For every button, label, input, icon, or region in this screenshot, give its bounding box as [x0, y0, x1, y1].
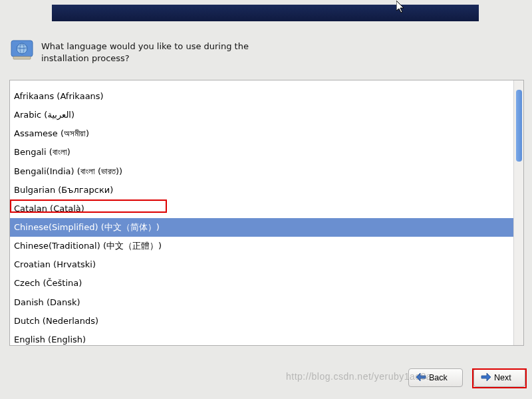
button-row: Back Next [0, 368, 532, 391]
prompt-text: What language would you like to use duri… [41, 41, 249, 65]
scrollbar-thumb[interactable] [516, 90, 522, 162]
scrollbar[interactable] [513, 80, 523, 345]
next-button[interactable]: Next [473, 368, 525, 387]
arrow-left-icon [416, 372, 426, 384]
header-bar [52, 5, 479, 21]
language-option[interactable]: Chinese(Traditional) (中文（正體）) [10, 237, 513, 255]
back-button[interactable]: Back [408, 368, 463, 387]
language-option[interactable]: Afrikaans (Afrikaans) [10, 87, 513, 106]
language-option[interactable]: Catalan (Català) [10, 200, 513, 218]
prompt-line1: What language would you like to use duri… [41, 41, 249, 51]
language-option[interactable]: Croatian (Hrvatski) [10, 255, 513, 274]
language-option[interactable]: Czech (Čeština) [10, 274, 513, 293]
globe-icon [11, 39, 33, 61]
language-option[interactable]: Bulgarian (Български) [10, 181, 513, 200]
language-list[interactable]: Afrikaans (Afrikaans)Arabic (العربية)Ass… [10, 80, 513, 345]
language-option[interactable]: Arabic (العربية) [10, 106, 513, 124]
language-option[interactable]: Bengali(India) (বাংলা (ভারত)) [10, 162, 513, 181]
language-option[interactable]: Chinese(Simplified) (中文（简体）) [10, 218, 513, 237]
back-label: Back [429, 373, 448, 382]
next-label: Next [494, 373, 511, 382]
language-option[interactable]: Assamese (অসমীয়া) [10, 124, 513, 143]
language-option[interactable]: Dutch (Nederlands) [10, 312, 513, 331]
language-option[interactable]: English (English) [10, 331, 513, 345]
language-list-container: Afrikaans (Afrikaans)Arabic (العربية)Ass… [9, 80, 524, 346]
language-option[interactable]: Danish (Dansk) [10, 293, 513, 312]
cursor-icon [396, 1, 407, 17]
svg-rect-5 [13, 57, 31, 59]
arrow-right-icon [481, 372, 491, 384]
prompt-line2: installation process? [41, 53, 130, 63]
language-option[interactable]: Bengali (বাংলা) [10, 143, 513, 162]
